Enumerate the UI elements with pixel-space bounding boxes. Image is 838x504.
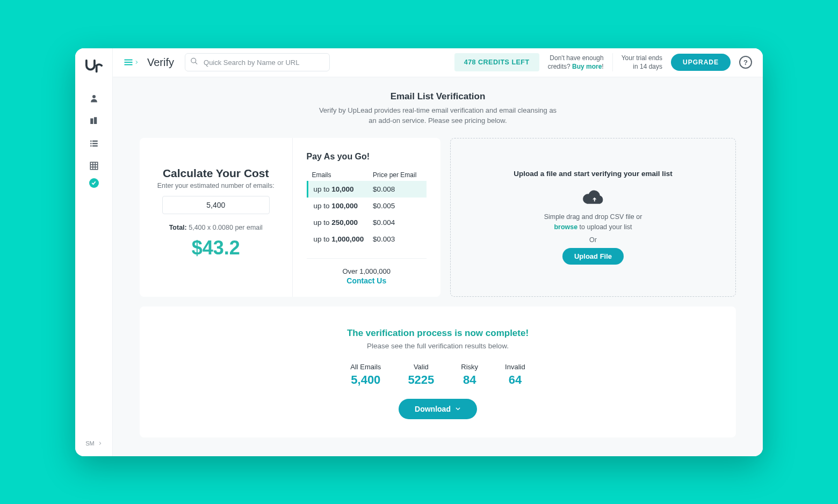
credits-message: Don't have enough credits? Buy more! — [548, 54, 604, 71]
svg-line-18 — [195, 62, 197, 64]
results-card: The verification process is now complete… — [140, 306, 736, 437]
hamburger-icon — [124, 59, 133, 66]
content-scroll: Email List Verification Verify by UpLead… — [113, 77, 763, 456]
search-input[interactable] — [185, 53, 330, 71]
upload-instructions: Simple drag and drop CSV file or browse … — [544, 212, 642, 232]
credits-badge: 478 CREDITS LEFT — [454, 53, 539, 71]
results-stats: All Emails5,400Valid5225Risky84Invalid64 — [156, 363, 720, 387]
page-title: Verify — [147, 56, 174, 69]
hero-subtitle: Verify by UpLead provides real-time emai… — [314, 105, 561, 126]
nav-verify-icon[interactable] — [89, 178, 99, 188]
left-sidebar: SM — [75, 48, 113, 456]
pricing-tier-row[interactable]: up to 100,000$0.005 — [307, 198, 427, 214]
app-window: SM Verify 478 CREDITS LEFT Don't have en… — [75, 48, 763, 456]
nav-companies-icon[interactable] — [84, 111, 104, 131]
nav-contacts-icon[interactable] — [84, 88, 104, 108]
stat-item: All Emails5,400 — [350, 363, 381, 387]
svg-rect-4 — [92, 140, 98, 141]
pricing-tier-row[interactable]: up to 250,000$0.004 — [307, 214, 427, 231]
svg-point-17 — [191, 58, 196, 63]
stat-item: Valid5225 — [408, 363, 434, 387]
buy-more-link[interactable]: Buy more — [572, 63, 602, 70]
svg-rect-2 — [94, 117, 97, 124]
svg-rect-9 — [90, 162, 98, 170]
chevron-down-icon — [455, 406, 461, 412]
trial-message: Your trial ends in 14 days — [622, 54, 662, 71]
results-subtitle: Please see the full verification results… — [156, 342, 720, 350]
calculator-price: $43.2 — [156, 237, 276, 259]
browse-link[interactable]: browse — [554, 223, 577, 231]
cloud-upload-icon — [581, 187, 605, 208]
svg-rect-5 — [90, 143, 91, 144]
divider — [612, 53, 613, 71]
stat-item: Risky84 — [461, 363, 478, 387]
chevron-right-icon — [98, 440, 102, 447]
search-wrapper — [185, 53, 330, 71]
nav-data-icon[interactable] — [84, 156, 104, 176]
user-initials: SM — [85, 440, 95, 447]
pricing-table-panel: Pay As you Go! Emails Price per Email up… — [293, 138, 441, 297]
upgrade-button[interactable]: UPGRADE — [671, 54, 731, 71]
pricing-over-label: Over 1,000,000 — [307, 267, 427, 275]
calculator-title: Calculate Your Cost — [156, 167, 276, 180]
contact-us-link[interactable]: Contact Us — [307, 276, 427, 285]
svg-point-0 — [92, 95, 96, 98]
upload-or: Or — [589, 236, 597, 244]
topbar: Verify 478 CREDITS LEFT Don't have enoug… — [113, 48, 763, 77]
nav-lists-icon[interactable] — [84, 133, 104, 154]
menu-toggle[interactable] — [124, 59, 139, 66]
chevron-right-icon — [134, 59, 139, 66]
svg-rect-6 — [92, 143, 98, 144]
help-icon[interactable]: ? — [739, 56, 752, 69]
svg-rect-3 — [90, 140, 91, 141]
hero-title: Email List Verification — [140, 91, 736, 102]
svg-rect-8 — [92, 145, 98, 146]
calculator-panel: Calculate Your Cost Enter your estimated… — [140, 138, 293, 297]
results-title: The verification process is now complete… — [156, 328, 720, 339]
hero: Email List Verification Verify by UpLead… — [140, 91, 736, 126]
email-count-input[interactable] — [162, 196, 270, 214]
upload-file-button[interactable]: Upload File — [562, 248, 624, 265]
pricing-card: Calculate Your Cost Enter your estimated… — [140, 138, 440, 297]
pricing-header-row: Emails Price per Email — [307, 169, 427, 181]
svg-rect-7 — [90, 145, 91, 146]
pricing-title: Pay As you Go! — [307, 152, 427, 162]
pricing-row: Calculate Your Cost Enter your estimated… — [140, 138, 736, 297]
logo — [85, 58, 103, 75]
calculator-total-line: Total: 5,400 x 0.0080 per email — [156, 224, 276, 231]
upload-title: Upload a file and start verifying your e… — [514, 170, 673, 178]
calculator-subtitle: Enter your estimated number of emails: — [156, 182, 276, 189]
search-icon — [190, 57, 198, 68]
svg-rect-1 — [90, 118, 93, 124]
pricing-tier-row[interactable]: up to 1,000,000$0.003 — [307, 231, 427, 247]
pricing-table: Emails Price per Email up to 10,000$0.00… — [307, 169, 427, 247]
main-area: Verify 478 CREDITS LEFT Don't have enoug… — [113, 48, 763, 456]
stat-item: Invalid64 — [505, 363, 525, 387]
upload-card[interactable]: Upload a file and start verifying your e… — [450, 138, 736, 297]
download-button[interactable]: Download — [399, 399, 477, 419]
download-label: Download — [415, 405, 451, 413]
pricing-tier-row[interactable]: up to 10,000$0.008 — [307, 181, 427, 198]
pricing-footer: Over 1,000,000 Contact Us — [307, 258, 427, 285]
user-menu[interactable]: SM — [85, 440, 102, 447]
